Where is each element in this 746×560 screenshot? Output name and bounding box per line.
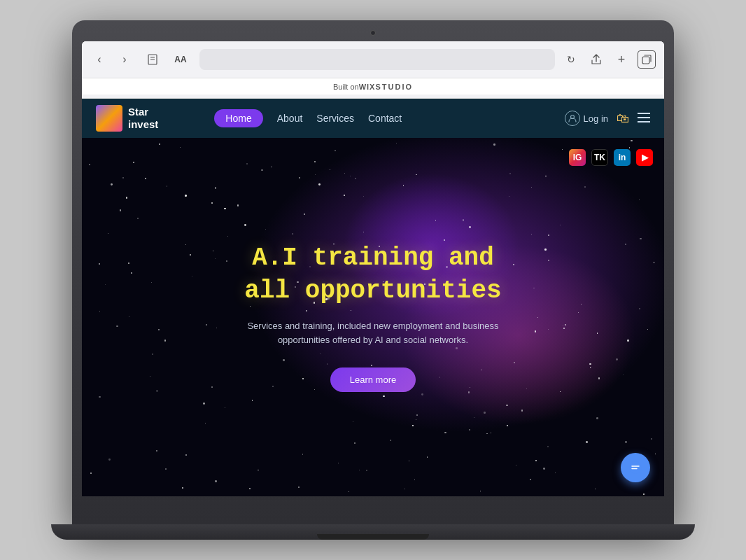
site-navbar: Star invest Home About Services Contact bbox=[82, 99, 664, 138]
laptop-outer: ‹ › AA ↻ bbox=[72, 20, 674, 524]
linkedin-icon[interactable]: in bbox=[614, 149, 631, 166]
nav-login-button[interactable]: Log in bbox=[565, 111, 608, 126]
svg-point-8 bbox=[629, 461, 642, 474]
chat-bubble-button[interactable] bbox=[621, 453, 650, 482]
laptop-camera bbox=[370, 30, 376, 36]
nav-contact[interactable]: Contact bbox=[368, 113, 402, 124]
nav-services[interactable]: Services bbox=[316, 113, 354, 124]
browser-back-button[interactable]: ‹ bbox=[90, 50, 108, 69]
hero-title: A.I training and all opportunities bbox=[244, 242, 501, 308]
laptop-screen: ‹ › AA ↻ bbox=[82, 41, 664, 496]
instagram-icon[interactable]: IG bbox=[569, 149, 586, 166]
browser-aa-button[interactable]: AA bbox=[171, 50, 190, 69]
browser-share-button[interactable] bbox=[587, 50, 605, 69]
tiktok-icon[interactable]: TK bbox=[591, 149, 608, 166]
browser-forward-button[interactable]: › bbox=[115, 50, 134, 69]
browser-add-tab-button[interactable]: + bbox=[612, 50, 631, 69]
website: Star invest Home About Services Contact bbox=[82, 99, 664, 496]
hero-subtitle: Services and training, included new empl… bbox=[240, 319, 506, 349]
wix-brand: WIXSTUDIO bbox=[359, 83, 413, 91]
person-icon bbox=[565, 111, 580, 126]
hero-content: A.I training and all opportunities Servi… bbox=[82, 138, 664, 496]
browser-tabs-button[interactable] bbox=[638, 50, 656, 69]
nav-about[interactable]: About bbox=[277, 113, 303, 124]
site-nav-right: Log in 🛍 bbox=[565, 111, 650, 126]
site-logo[interactable]: Star invest bbox=[96, 105, 158, 132]
hero-social-bar: IG TK in ▶ bbox=[569, 149, 653, 166]
browser-address-bar[interactable] bbox=[199, 49, 555, 70]
nav-cart-icon[interactable]: 🛍 bbox=[617, 111, 629, 126]
nav-hamburger-icon[interactable] bbox=[638, 111, 650, 126]
logo-icon bbox=[96, 105, 122, 132]
laptop-wrapper: ‹ › AA ↻ bbox=[51, 20, 695, 540]
browser-refresh-button[interactable]: ↻ bbox=[562, 50, 580, 69]
youtube-icon[interactable]: ▶ bbox=[636, 149, 653, 166]
browser-chrome: ‹ › AA ↻ bbox=[82, 41, 664, 99]
nav-home[interactable]: Home bbox=[214, 109, 262, 127]
laptop-base bbox=[51, 524, 695, 540]
learn-more-button[interactable]: Learn more bbox=[330, 368, 416, 392]
hero-section: IG TK in ▶ A.I training and all opportun… bbox=[82, 138, 664, 496]
logo-text: Star invest bbox=[128, 106, 158, 131]
site-nav-links: Home About Services Contact bbox=[214, 109, 402, 127]
svg-rect-3 bbox=[642, 57, 649, 64]
browser-bookmarks-button[interactable] bbox=[143, 50, 162, 69]
wix-bar: Built on WIXSTUDIO bbox=[82, 78, 664, 94]
wix-bar-prefix: Built on bbox=[333, 83, 359, 91]
